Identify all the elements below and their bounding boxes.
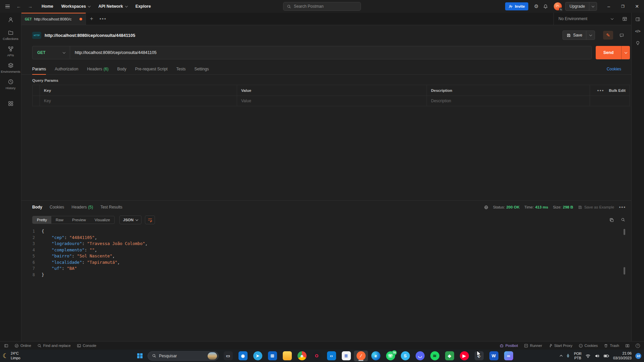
- back-icon[interactable]: ←: [14, 2, 23, 11]
- response-tab-headers[interactable]: Headers(5): [71, 205, 93, 209]
- document-app[interactable]: ≣: [339, 351, 353, 361]
- search-response-icon[interactable]: [621, 218, 625, 223]
- menu-icon[interactable]: [3, 2, 12, 11]
- office-green-app[interactable]: ◆: [442, 351, 457, 361]
- postman-app[interactable]: ∕: [354, 351, 368, 361]
- wifi-icon[interactable]: [585, 353, 591, 359]
- send-button[interactable]: Send: [596, 46, 630, 59]
- statusbar-start-proxy[interactable]: Start Proxy: [548, 344, 572, 348]
- code-snippet-icon[interactable]: </>: [635, 29, 641, 33]
- microphone-icon[interactable]: [566, 354, 570, 358]
- sidebar-item-apis[interactable]: APIs: [1, 46, 20, 57]
- word-app[interactable]: W: [487, 351, 501, 361]
- visual-studio-app[interactable]: ∞: [501, 351, 516, 361]
- sidebar-item-environments[interactable]: Environments: [1, 62, 20, 73]
- screen-share-app[interactable]: ▭: [221, 351, 235, 361]
- close-icon[interactable]: ✕: [630, 0, 644, 13]
- weather-widget[interactable]: ☾ 24°C Limpo: [3, 350, 20, 362]
- copy-icon[interactable]: [609, 218, 614, 223]
- hidden-icons-chevron-icon[interactable]: [560, 355, 562, 357]
- response-tab-body[interactable]: Body: [32, 205, 42, 209]
- description-input[interactable]: Description: [427, 96, 590, 106]
- edit-pencil-icon[interactable]: ✎: [603, 31, 613, 40]
- sidebar-item-history[interactable]: History: [1, 79, 20, 90]
- spotify-app[interactable]: ≋: [428, 351, 442, 361]
- sidebar-toggle-icon[interactable]: [4, 344, 8, 348]
- discord-app[interactable]: ◡: [413, 351, 427, 361]
- configure-sidebar-grid-icon[interactable]: [8, 101, 14, 107]
- method-selector[interactable]: GET: [32, 46, 70, 59]
- value-input[interactable]: Value: [237, 96, 427, 106]
- invite-button[interactable]: Invite: [505, 2, 528, 10]
- row-select-cell[interactable]: [33, 96, 40, 106]
- response-body-json[interactable]: 1{2 "cep": "44841105",3 "logradouro": "T…: [21, 226, 631, 341]
- forward-icon[interactable]: →: [25, 2, 35, 11]
- layout-panels-icon[interactable]: [635, 17, 640, 22]
- tab-options-icon[interactable]: ●●●: [97, 13, 109, 25]
- format-selector[interactable]: JSON: [119, 216, 142, 224]
- restore-icon[interactable]: ❐: [616, 0, 630, 13]
- tab-params[interactable]: Params: [32, 63, 46, 74]
- settings-gear-icon[interactable]: ⚙: [532, 2, 541, 11]
- nav-api-network[interactable]: API Network: [98, 4, 127, 9]
- upgrade-button[interactable]: Upgrade: [565, 2, 597, 11]
- statusbar-find-and-replace[interactable]: Find and replace: [37, 344, 71, 348]
- file-explorer-app[interactable]: [280, 351, 294, 361]
- minimize-icon[interactable]: –: [602, 0, 616, 13]
- url-input[interactable]: http://localhost:8080/cep/consulta/44841…: [70, 46, 592, 59]
- save-as-example-button[interactable]: Save as Example: [578, 205, 614, 209]
- edge-app[interactable]: e: [369, 351, 383, 361]
- chrome-app[interactable]: ●: [295, 351, 309, 361]
- lightbulb-icon[interactable]: [635, 41, 640, 46]
- save-button[interactable]: Save: [562, 31, 595, 40]
- panes-icon[interactable]: [625, 344, 630, 348]
- scrollbar-mark[interactable]: [624, 267, 625, 275]
- environment-selector[interactable]: No Environment: [553, 13, 618, 25]
- tab-pre-request-script[interactable]: Pre-request Script: [135, 63, 168, 74]
- statusbar-cookies[interactable]: Cookies: [579, 344, 598, 348]
- account-user-icon[interactable]: [8, 17, 14, 23]
- notification-count-badge[interactable]: 10: [635, 353, 641, 359]
- cookies-link[interactable]: Cookies: [607, 67, 621, 71]
- response-tab-cookies[interactable]: Cookies: [50, 205, 64, 209]
- clock[interactable]: 21:06 03/10/2023: [613, 351, 632, 361]
- statusbar-online[interactable]: Online: [14, 344, 31, 348]
- search-input[interactable]: Search Postman: [283, 2, 361, 11]
- view-tab-raw[interactable]: Raw: [51, 216, 68, 224]
- language-indicator[interactable]: POR PTB: [574, 352, 582, 360]
- view-tab-visualize[interactable]: Visualize: [90, 216, 114, 224]
- request-tab[interactable]: GET http://localhost:8080/c: [21, 13, 86, 25]
- key-input[interactable]: Key: [40, 96, 237, 106]
- microsoft-store-app[interactable]: ⊞: [265, 351, 279, 361]
- tab-tests[interactable]: Tests: [176, 63, 185, 74]
- telegram-app[interactable]: ➤: [251, 351, 265, 361]
- tab-settings[interactable]: Settings: [195, 63, 209, 74]
- wrap-text-icon[interactable]: [145, 216, 155, 224]
- youtube-music-app[interactable]: ▶: [457, 351, 471, 361]
- opera-gx-app[interactable]: O: [310, 351, 324, 361]
- sidebar-item-collections[interactable]: Collections: [1, 29, 20, 41]
- nav-workspaces[interactable]: Workspaces: [61, 4, 90, 9]
- notifications-bell-icon[interactable]: [541, 2, 550, 11]
- comment-icon[interactable]: [616, 31, 627, 40]
- battery-icon[interactable]: [603, 353, 609, 359]
- statusbar-console[interactable]: Console: [77, 344, 96, 348]
- skype-app[interactable]: S: [398, 351, 412, 361]
- statusbar-trash[interactable]: Trash: [604, 344, 619, 348]
- send-options-chevron-icon[interactable]: [621, 46, 630, 59]
- environment-quick-look-icon[interactable]: [618, 13, 631, 25]
- avatar[interactable]: ◠✎: [554, 2, 562, 10]
- scrollbar-thumb[interactable]: [624, 229, 625, 235]
- save-options-chevron-icon[interactable]: [586, 31, 595, 40]
- bulk-edit-button[interactable]: ●●● Bulk Edit: [590, 85, 630, 96]
- tab-body[interactable]: Body: [117, 63, 126, 74]
- response-tab-test-results[interactable]: Test Results: [100, 205, 122, 209]
- chevron-down-icon[interactable]: [589, 2, 597, 10]
- more-options-icon[interactable]: ●●●: [597, 89, 604, 92]
- windows-start-button[interactable]: [134, 351, 146, 361]
- view-tab-preview[interactable]: Preview: [68, 216, 90, 224]
- response-options-icon[interactable]: ●●●: [619, 205, 626, 209]
- tab-authorization[interactable]: Authorization: [55, 63, 78, 74]
- new-tab-button[interactable]: +: [86, 13, 97, 25]
- whatsapp-app[interactable]: ☏78: [383, 351, 397, 361]
